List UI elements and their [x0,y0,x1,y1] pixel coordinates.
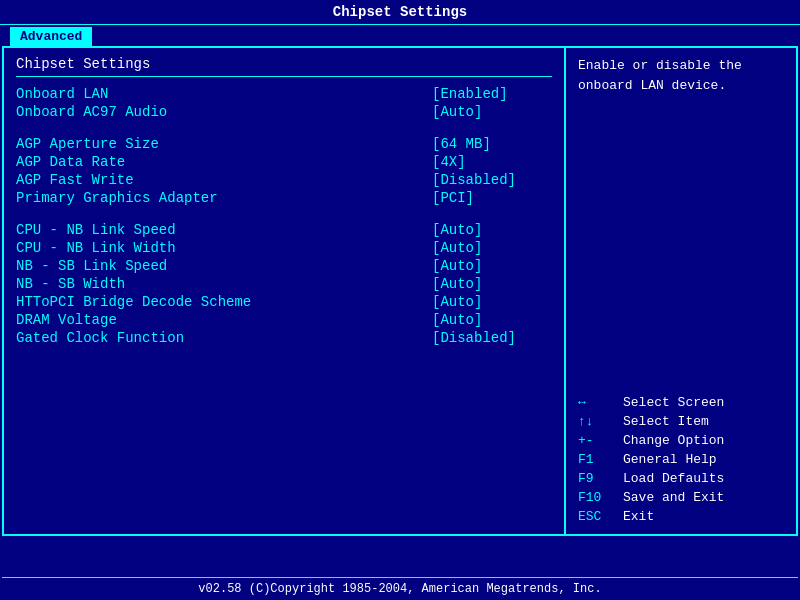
setting-dram-voltage[interactable]: DRAM Voltage [Auto] [16,311,552,329]
key-save-exit: F10 Save and Exit [578,488,784,507]
left-panel: Chipset Settings Onboard LAN [Enabled] O… [4,48,566,534]
setting-agp-aperture[interactable]: AGP Aperture Size [64 MB] [16,135,552,153]
right-panel: Enable or disable the onboard LAN device… [566,48,796,534]
key-general-help: F1 General Help [578,450,784,469]
settings-group-2: AGP Aperture Size [64 MB] AGP Data Rate … [16,135,552,207]
key-load-defaults: F9 Load Defaults [578,469,784,488]
setting-nb-sb-link-speed[interactable]: NB - SB Link Speed [Auto] [16,257,552,275]
setting-httopci-bridge[interactable]: HTToPCI Bridge Decode Scheme [Auto] [16,293,552,311]
setting-agp-fast-write[interactable]: AGP Fast Write [Disabled] [16,171,552,189]
setting-primary-graphics[interactable]: Primary Graphics Adapter [PCI] [16,189,552,207]
main-panel: Chipset Settings Onboard LAN [Enabled] O… [2,46,798,536]
key-select-item: ↑↓ Select Item [578,412,784,431]
setting-onboard-lan[interactable]: Onboard LAN [Enabled] [16,85,552,103]
setting-gated-clock[interactable]: Gated Clock Function [Disabled] [16,329,552,347]
settings-group-3: CPU - NB Link Speed [Auto] CPU - NB Link… [16,221,552,347]
setting-cpu-nb-link-width[interactable]: CPU - NB Link Width [Auto] [16,239,552,257]
setting-cpu-nb-link-speed[interactable]: CPU - NB Link Speed [Auto] [16,221,552,239]
footer: v02.58 (C)Copyright 1985-2004, American … [2,577,798,600]
footer-text: v02.58 (C)Copyright 1985-2004, American … [198,582,601,596]
setting-nb-sb-width[interactable]: NB - SB Width [Auto] [16,275,552,293]
key-exit: ESC Exit [578,507,784,526]
settings-group-1: Onboard LAN [Enabled] Onboard AC97 Audio… [16,85,552,121]
setting-agp-data-rate[interactable]: AGP Data Rate [4X] [16,153,552,171]
help-text: Enable or disable the onboard LAN device… [578,56,784,95]
tab-advanced[interactable]: Advanced [10,27,92,46]
setting-onboard-ac97[interactable]: Onboard AC97 Audio [Auto] [16,103,552,121]
title-text: Chipset Settings [333,4,467,20]
key-change-option: +- Change Option [578,431,784,450]
title-bar: Chipset Settings [0,0,800,25]
tab-bar: Advanced [0,25,800,46]
key-select-screen: ↔ Select Screen [578,393,784,412]
key-legend: ↔ Select Screen ↑↓ Select Item +- Change… [578,393,784,526]
section-title: Chipset Settings [16,56,552,77]
